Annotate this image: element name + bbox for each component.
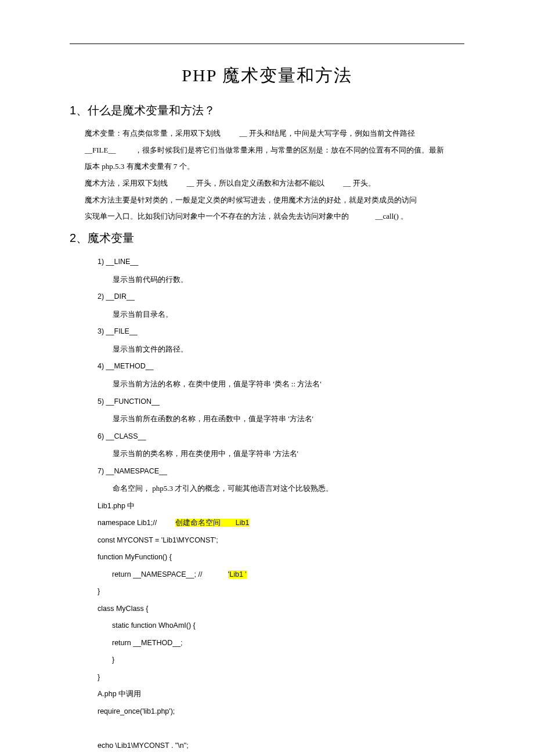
s1-p4c: __ 开头。	[343, 179, 375, 187]
document-page: PHP 魔术变量和方法 1、什么是魔术变量和方法？ 魔术变量：有点类似常量，采用…	[0, 0, 534, 756]
code-line: namespace Lib1;// 创建命名空间 Lib1	[98, 515, 464, 531]
highlight-text: 创建命名空间 Lib1	[175, 519, 249, 527]
code-line: static function WhoAmI() {	[98, 618, 464, 634]
list-item-desc: 显示当前的类名称，用在类使用中，值是字符串 '方法名'	[113, 446, 464, 462]
hl-part: 创建命名空间	[175, 519, 221, 527]
code-line: function MyFunction() {	[98, 549, 464, 566]
list-item-desc: 显示当前所在函数的名称，用在函数中，值是字符串 '方法名'	[113, 411, 464, 428]
code-line: class MyClass {	[98, 601, 464, 617]
list-item: 7) __NAMESPACE__	[98, 464, 464, 480]
list-item-desc: 显示当前方法的名称，在类中使用，值是字符串 '类名 :: 方法名'	[113, 376, 464, 393]
top-rule	[70, 44, 464, 44]
highlight-text: 'Lib1 '	[228, 570, 247, 578]
code-line: require_once('lib1.php');	[98, 704, 464, 720]
list-item-desc: 显示当前代码的行数。	[113, 272, 464, 288]
code-line: }	[98, 670, 464, 686]
s1-p1a: 魔术变量：有点类似常量，采用双下划线	[85, 129, 221, 138]
code-text: namespace Lib1;//	[98, 519, 157, 527]
code-text: return __NAMESPACE__; //	[112, 570, 202, 578]
s1-p6: 实现单一入口。比如我们访问对象中一个不存在的方法，就会先去访问对象中的 __ca…	[70, 209, 464, 224]
code-line: return __NAMESPACE__; // 'Lib1 '	[98, 567, 464, 583]
code-line: }	[98, 652, 464, 668]
code-line: const MYCONST = 'Lib1\MYCONST';	[98, 533, 464, 549]
s1-p4: 魔术方法，采用双下划线 __ 开头，所以自定义函数和方法都不能以 __ 开头。	[70, 176, 464, 191]
page-title: PHP 魔术变量和方法	[70, 62, 464, 89]
list-item-desc: 命名空间， php5.3 才引入的概念，可能其他语言对这个比较熟悉。	[113, 480, 464, 497]
code-line: return __METHOD__;	[98, 635, 464, 652]
code-line: A.php 中调用	[98, 686, 464, 703]
list-item: 3) __FILE__	[98, 324, 464, 340]
code-line	[98, 721, 464, 737]
code-line: Lib1.php 中	[98, 498, 464, 515]
list-item-desc: 显示当前文件的路径。	[113, 341, 464, 358]
s1-p6a: 实现单一入口。比如我们访问对象中一个不存在的方法，就会先去访问对象中的	[85, 212, 349, 220]
list-item: 6) __CLASS__	[98, 429, 464, 445]
list-item-desc: 显示当前目录名。	[113, 306, 464, 323]
s1-p6b: __call() 。	[376, 212, 409, 220]
s1-p4a: 魔术方法，采用双下划线	[85, 179, 168, 187]
magic-vars-list: 1) __LINE__ 显示当前代码的行数。 2) __DIR__ 显示当前目录…	[98, 254, 464, 756]
hl-part: Lib1	[236, 519, 250, 527]
s1-p3: 版本 php.5.3 有魔术变量有 7 个。	[70, 160, 464, 174]
s1-p2b: ，很多时候我们是将它们当做常量来用，与常量的区别是：放在不同的位置有不同的值。最…	[135, 146, 444, 154]
s1-p4b: __ 开头，所以自定义函数和方法都不能以	[187, 179, 324, 187]
list-item: 5) __FUNCTION__	[98, 394, 464, 410]
s1-p1: 魔术变量：有点类似常量，采用双下划线 __ 开头和结尾，中间是大写字母，例如当前…	[70, 126, 464, 141]
list-item: 1) __LINE__	[98, 254, 464, 270]
section-2-heading: 2、魔术变量	[70, 229, 464, 247]
section-1-heading: 1、什么是魔术变量和方法？	[70, 101, 464, 120]
s1-p2: __FILE__ ，很多时候我们是将它们当做常量来用，与常量的区别是：放在不同的…	[70, 143, 464, 158]
code-line: }	[98, 584, 464, 600]
list-item: 2) __DIR__	[98, 289, 464, 305]
s1-p1b: __ 开头和结尾，中间是大写字母，例如当前文件路径	[240, 129, 415, 138]
list-item: 4) __METHOD__	[98, 359, 464, 375]
s1-p2a: __FILE__	[85, 146, 116, 154]
s1-p5: 魔术方法主要是针对类的，一般是定义类的时候写进去，使用魔术方法的好处，就是对类成…	[70, 193, 464, 208]
code-line: echo \Lib1\MYCONST . "\n";	[98, 738, 464, 754]
